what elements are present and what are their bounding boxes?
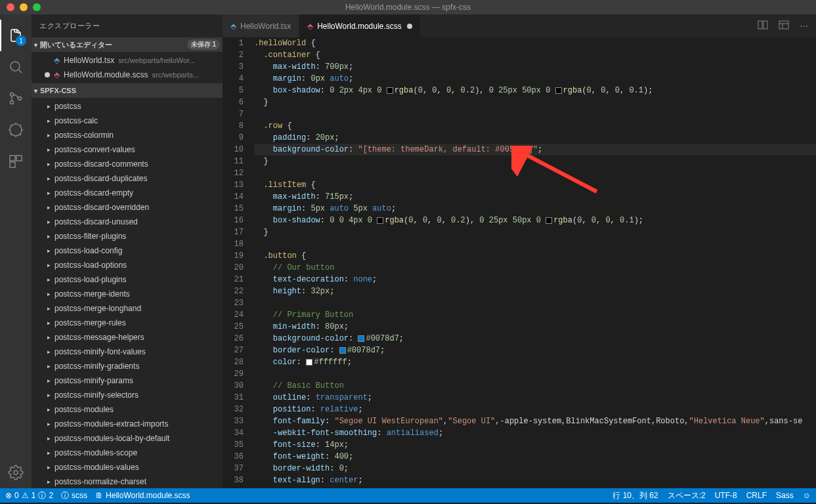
chevron-down-icon: ▾	[34, 87, 37, 94]
chevron-right-icon: ▸	[47, 132, 51, 138]
cursor-position[interactable]: 行 10、列 62	[612, 490, 658, 501]
folder-name: postcss-load-options	[54, 261, 127, 270]
project-section[interactable]: ▾ SPFX-CSS	[32, 83, 223, 98]
file-icon: ⬘	[54, 70, 60, 79]
folder-item[interactable]: ▸postcss-modules-extract-imports	[32, 417, 223, 431]
folder-item[interactable]: ▸postcss-message-helpers	[32, 330, 223, 345]
folder-name: postcss-minify-selectors	[54, 390, 139, 400]
chevron-right-icon: ▸	[47, 247, 51, 254]
svg-rect-11	[779, 21, 788, 29]
activity-bar: 1	[0, 14, 32, 488]
file-status[interactable]: 🗎 HelloWorld.module.scss	[95, 491, 190, 500]
indent-status[interactable]: スペース:2	[668, 490, 706, 501]
window-title: HelloWorld.module.scss — spfx-css	[345, 3, 471, 12]
code-editor[interactable]: 1234567891011121314151617181920212223242…	[223, 37, 816, 488]
file-icon: 🗎	[95, 491, 103, 500]
folder-item[interactable]: ▸postcss-merge-rules	[32, 316, 223, 330]
folder-name: postcss-discard-comments	[54, 159, 148, 169]
folder-item[interactable]: ▸postcss-discard-duplicates	[32, 171, 223, 186]
window-minimize-button[interactable]	[20, 3, 28, 11]
chevron-right-icon: ▸	[47, 421, 51, 427]
folder-item[interactable]: ▸postcss-modules-scope	[32, 446, 223, 460]
modified-dot	[45, 58, 50, 63]
extensions-icon[interactable]	[0, 146, 32, 177]
folder-item[interactable]: ▸postcss-minify-selectors	[32, 388, 223, 402]
folder-name: postcss-minify-gradients	[54, 362, 139, 371]
folder-item[interactable]: ▸postcss-minify-params	[32, 373, 223, 388]
folder-item[interactable]: ▸postcss-modules	[32, 402, 223, 417]
explorer-icon[interactable]: 1	[0, 20, 32, 51]
folder-item[interactable]: ▸postcss-colormin	[32, 128, 223, 142]
scss-status[interactable]: ⓘ scss	[61, 490, 87, 501]
statusbar: ⊗0 ⚠1 ⓘ2 ⓘ scss 🗎 HelloWorld.module.scss…	[0, 488, 816, 503]
folder-item[interactable]: ▸postcss-merge-longhand	[32, 301, 223, 316]
folder-name: postcss-merge-idents	[54, 289, 130, 299]
folder-item[interactable]: ▸postcss-load-config	[32, 243, 223, 258]
file-name: HelloWorld.module.scss	[64, 70, 148, 79]
chevron-right-icon: ▸	[47, 334, 51, 341]
folder-item[interactable]: ▸postcss-calc	[32, 114, 223, 128]
folder-item[interactable]: ▸postcss-merge-idents	[32, 287, 223, 301]
folder-item[interactable]: ▸postcss-modules-values	[32, 460, 223, 474]
folder-name: postcss-modules-local-by-default	[54, 434, 169, 443]
chevron-right-icon: ▸	[47, 435, 51, 442]
chevron-right-icon: ▸	[47, 450, 51, 456]
folder-name: postcss-load-plugins	[54, 275, 126, 284]
source-control-icon[interactable]	[0, 83, 32, 114]
open-editors-section[interactable]: ▾ 開いているエディター 未保存 1	[32, 37, 223, 52]
search-icon[interactable]	[0, 51, 32, 83]
tabs-bar: ⬘HelloWorld.tsx⬘HelloWorld.module.scss ⋯	[223, 14, 816, 37]
open-editors-label: 開いているエディター	[40, 40, 112, 50]
chevron-right-icon: ▸	[47, 464, 51, 471]
more-icon[interactable]: ⋯	[800, 21, 808, 31]
encoding-status[interactable]: UTF-8	[715, 491, 737, 500]
window-maximize-button[interactable]	[33, 3, 41, 11]
chevron-right-icon: ▸	[47, 146, 51, 153]
folder-name: postcss-calc	[54, 116, 98, 125]
folder-item[interactable]: ▸postcss-discard-empty	[32, 186, 223, 200]
folder-item[interactable]: ▸postcss-minify-gradients	[32, 359, 223, 373]
warning-icon: ⚠	[22, 491, 29, 500]
folder-item[interactable]: ▸postcss-load-plugins	[32, 272, 223, 287]
folder-name: postcss	[54, 102, 81, 111]
titlebar: HelloWorld.module.scss — spfx-css	[0, 0, 816, 14]
svg-point-8	[14, 471, 18, 474]
split-editor-icon[interactable]	[758, 20, 768, 32]
folder-item[interactable]: ▸postcss-normalize-charset	[32, 474, 223, 488]
folder-name: postcss-discard-duplicates	[54, 174, 147, 183]
settings-icon[interactable]	[0, 457, 32, 488]
chevron-right-icon: ▸	[47, 305, 51, 312]
folder-name: postcss-modules-scope	[54, 448, 137, 457]
layout-icon[interactable]	[779, 20, 789, 32]
modified-dot	[45, 72, 50, 77]
folder-name: postcss-message-helpers	[54, 333, 144, 342]
feedback-icon[interactable]: ☺	[803, 491, 811, 500]
chevron-right-icon: ▸	[47, 175, 51, 182]
debug-icon[interactable]	[0, 114, 32, 146]
folder-item[interactable]: ▸postcss-discard-overridden	[32, 200, 223, 215]
folder-name: postcss-merge-longhand	[54, 304, 141, 313]
window-close-button[interactable]	[7, 3, 14, 11]
folder-item[interactable]: ▸postcss	[32, 99, 223, 114]
open-editor-item[interactable]: ⬘HelloWorld.tsxsrc/webparts/helloWor...	[32, 53, 223, 68]
folder-item[interactable]: ▸postcss-discard-comments	[32, 157, 223, 171]
eol-status[interactable]: CRLF	[746, 491, 767, 500]
svg-point-4	[10, 124, 22, 136]
folder-item[interactable]: ▸postcss-load-options	[32, 258, 223, 272]
language-status[interactable]: Sass	[776, 491, 794, 500]
folder-item[interactable]: ▸postcss-minify-font-values	[32, 345, 223, 359]
file-path: src/webparts...	[152, 71, 200, 79]
folder-item[interactable]: ▸postcss-convert-values	[32, 142, 223, 157]
file-icon: ⬘	[54, 56, 60, 65]
folder-item[interactable]: ▸postcss-discard-unused	[32, 215, 223, 229]
problems-status[interactable]: ⊗0 ⚠1 ⓘ2	[5, 490, 53, 501]
editor-tab[interactable]: ⬘HelloWorld.tsx	[223, 14, 299, 37]
open-editor-item[interactable]: ⬘HelloWorld.module.scsssrc/webparts...	[32, 68, 223, 82]
folder-item[interactable]: ▸postcss-modules-local-by-default	[32, 431, 223, 446]
file-path: src/webparts/helloWor...	[118, 56, 195, 64]
chevron-right-icon: ▸	[47, 291, 51, 297]
editor-tab[interactable]: ⬘HelloWorld.module.scss	[299, 14, 421, 37]
svg-rect-7	[10, 162, 15, 167]
folder-item[interactable]: ▸postcss-filter-plugins	[32, 229, 223, 243]
chevron-right-icon: ▸	[47, 262, 51, 268]
